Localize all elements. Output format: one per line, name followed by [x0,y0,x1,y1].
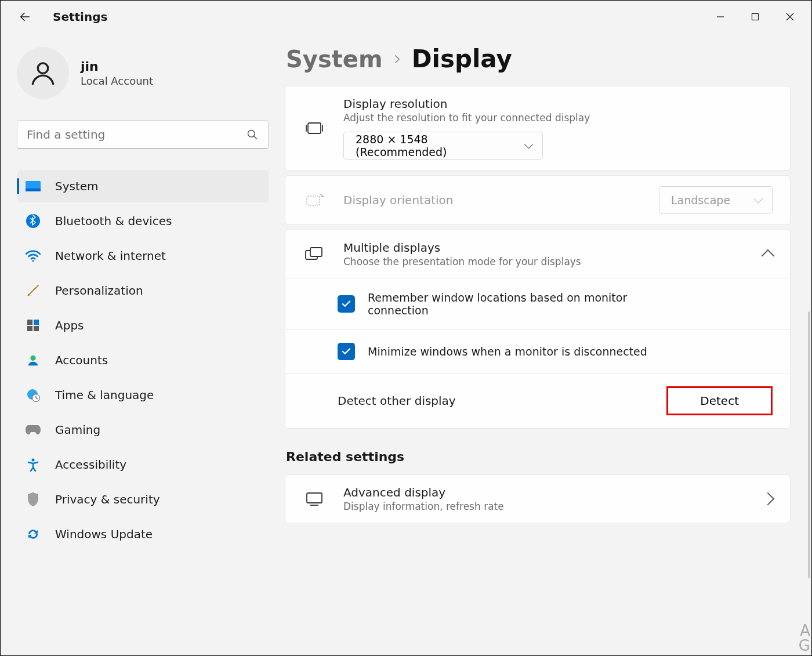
search-icon [246,129,258,140]
monitor-icon [303,491,326,506]
orientation-select: Landscape [659,186,773,214]
update-icon [25,526,41,542]
svg-rect-20 [307,196,320,205]
sidebar-item-label: Network & internet [55,249,166,263]
user-name: jin [81,59,153,74]
sidebar-item-label: Bluetooth & devices [55,214,172,228]
user-info[interactable]: jin Local Account [17,47,269,99]
detect-row: Detect other display Detect [285,373,790,428]
minimize-disconnect-label: Minimize windows when a monitor is disco… [368,345,647,358]
multiple-displays-sub: Choose the presentation mode for your di… [343,256,746,267]
minimize-button[interactable] [704,5,737,28]
sidebar-item-gaming[interactable]: Gaming [17,414,269,446]
sidebar-item-label: System [55,179,99,193]
close-button[interactable] [773,5,807,28]
remember-locations-label: Remember window locations based on monit… [368,291,646,317]
svg-point-18 [32,459,35,462]
maximize-icon [751,13,759,21]
svg-rect-11 [27,320,32,325]
sidebar: jin Local Account System Bluetooth & dev… [1,33,285,655]
resolution-select[interactable]: 2880 × 1548 (Recommended) [343,132,543,160]
sidebar-item-network[interactable]: Network & internet [17,240,269,272]
scrollbar[interactable] [808,311,810,578]
sidebar-item-label: Accounts [55,353,108,367]
detect-button[interactable]: Detect [666,386,773,415]
shield-icon [25,491,41,508]
resolution-title: Display resolution [343,97,773,111]
sidebar-item-update[interactable]: Windows Update [17,518,269,550]
sidebar-item-label: Gaming [55,423,100,437]
titlebar: Settings [1,1,811,33]
minimize-disconnect-row: Minimize windows when a monitor is disco… [285,329,790,373]
sidebar-item-accessibility[interactable]: Accessibility [17,448,269,481]
resolution-sub: Adjust the resolution to fit your connec… [343,112,773,124]
app-title: Settings [53,10,107,24]
brush-icon [25,282,41,299]
sidebar-item-apps[interactable]: Apps [17,309,269,342]
check-icon [341,299,351,309]
arrow-left-icon [19,10,31,23]
close-icon [786,13,794,21]
sidebar-item-label: Time & language [55,388,154,402]
sidebar-item-personalization[interactable]: Personalization [17,274,269,307]
avatar [17,47,69,99]
settings-window: Settings jin Local Account [0,0,812,656]
user-icon [28,59,57,88]
minimize-icon [716,13,724,21]
clock-globe-icon [25,387,41,403]
chevron-right-icon [392,54,403,64]
main-content: System Display Display resolution Adjust… [285,33,811,655]
svg-rect-22 [310,248,322,256]
orientation-card: Display orientation Landscape [285,175,791,225]
remember-locations-checkbox[interactable] [338,295,355,313]
search-input[interactable] [17,120,269,149]
bluetooth-icon [25,213,41,229]
resolution-card: Display resolution Adjust the resolution… [285,86,791,171]
sidebar-item-label: Windows Update [55,527,153,541]
maximize-button[interactable] [738,5,772,28]
advanced-display-card[interactable]: Advanced display Display information, re… [285,474,791,523]
svg-point-15 [30,356,35,361]
sidebar-item-label: Accessibility [55,458,126,472]
related-settings-header: Related settings [286,450,791,464]
breadcrumb: System Display [286,45,791,73]
sidebar-item-privacy[interactable]: Privacy & security [17,483,269,516]
detect-label: Detect other display [338,394,456,408]
svg-rect-1 [752,14,759,20]
orientation-title: Display orientation [343,193,641,207]
sidebar-item-system[interactable]: System [17,170,269,202]
sidebar-item-time[interactable]: Time & language [17,379,269,411]
sidebar-item-accounts[interactable]: Accounts [17,344,269,376]
user-subtitle: Local Account [81,75,153,87]
svg-rect-19 [308,123,321,133]
svg-rect-23 [307,493,322,503]
minimize-disconnect-checkbox[interactable] [338,343,355,360]
resolution-icon [303,121,326,136]
multiple-displays-card: Multiple displays Choose the presentatio… [285,230,791,429]
svg-rect-13 [27,326,32,331]
svg-point-10 [32,260,34,262]
sidebar-item-label: Apps [55,318,84,332]
svg-point-9 [26,214,40,228]
page-title: Display [412,45,512,73]
svg-point-4 [38,63,48,74]
svg-point-5 [248,131,255,137]
chevron-right-icon [762,492,775,506]
gamepad-icon [25,422,41,438]
orientation-icon [303,193,326,208]
nav: System Bluetooth & devices Network & int… [17,170,269,550]
accessibility-icon [25,456,41,473]
breadcrumb-root[interactable]: System [286,46,383,73]
check-icon [341,346,351,357]
back-button[interactable] [14,6,35,27]
advanced-display-sub: Display information, refresh rate [343,501,746,512]
svg-rect-12 [34,320,39,325]
sidebar-item-bluetooth[interactable]: Bluetooth & devices [17,205,269,237]
wifi-icon [25,248,41,264]
multiple-displays-title: Multiple displays [343,241,746,255]
advanced-display-title: Advanced display [343,485,746,499]
multiple-displays-header[interactable]: Multiple displays Choose the presentatio… [285,230,790,278]
ime-indicator: A G [799,623,809,653]
account-icon [25,352,41,368]
sidebar-item-label: Personalization [55,284,143,298]
